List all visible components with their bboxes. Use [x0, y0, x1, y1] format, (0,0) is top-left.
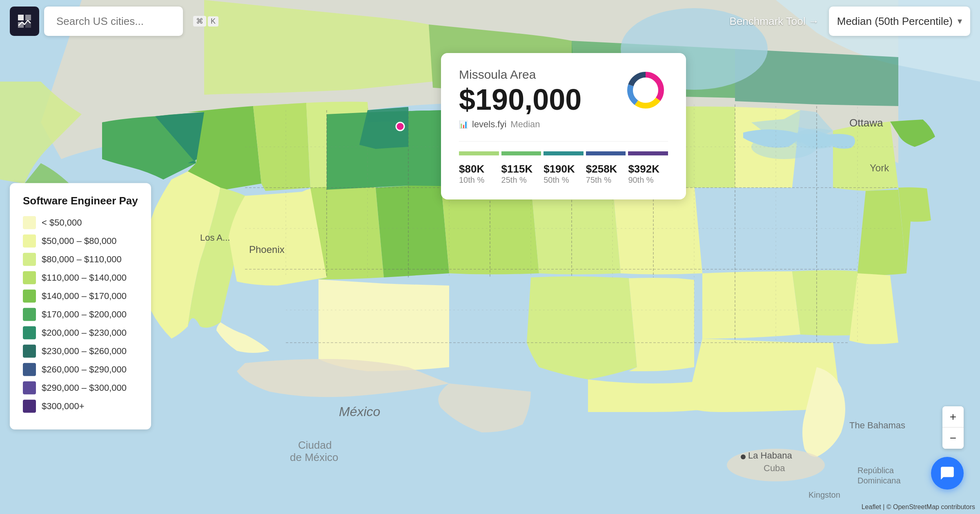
topbar: ⌘ K Benchmark Tool → Median (50th Percen…: [0, 7, 980, 36]
zoom-in-button[interactable]: +: [942, 406, 964, 428]
legend-item: $80,000 – $110,000: [23, 253, 138, 266]
legend-item: $300,000+: [23, 400, 138, 413]
topbar-right: Benchmark Tool → Median (50th Percentile…: [730, 7, 970, 36]
percentile-bar-segment: [459, 151, 499, 155]
k-key: K: [208, 16, 218, 27]
percentile-bar-segment: [586, 151, 626, 155]
percentile-value: $80K: [459, 163, 499, 175]
percentile-name: 25th %: [501, 175, 541, 185]
legend-label: $140,000 – $170,000: [42, 291, 127, 301]
svg-point-43: [396, 122, 404, 131]
legend-swatch: [23, 345, 36, 358]
legend-label: $260,000 – $290,000: [42, 364, 127, 375]
legend-swatch: [23, 235, 36, 248]
chevron-down-icon: ▾: [958, 16, 962, 27]
percentile-bar-segment: [628, 151, 668, 155]
svg-text:República: República: [858, 466, 894, 475]
search-input[interactable]: [56, 15, 189, 28]
search-box[interactable]: ⌘ K: [44, 7, 183, 36]
legend-item: < $50,000: [23, 216, 138, 229]
svg-text:Kingston: Kingston: [808, 490, 840, 499]
legend-item: $260,000 – $290,000: [23, 363, 138, 376]
percentile-bar-segment: [543, 151, 584, 155]
percentile-value: $190K: [543, 163, 584, 175]
percentile-label: $115K 25th %: [501, 163, 541, 185]
zoom-out-button[interactable]: −: [942, 428, 964, 449]
topbar-left: ⌘ K: [10, 7, 183, 36]
chat-button[interactable]: [931, 457, 964, 490]
percentile-label: Median (50th Percentile): [837, 15, 953, 28]
legend-label: < $50,000: [42, 217, 82, 228]
popup-source-text: levels.fyi: [472, 119, 506, 130]
popup-source: 📊 levels.fyi Median: [459, 119, 668, 130]
percentile-value: $258K: [586, 163, 626, 175]
svg-text:Phoenix: Phoenix: [249, 244, 285, 255]
legend-label: $230,000 – $260,000: [42, 346, 127, 357]
legend: Software Engineer Pay < $50,000 $50,000 …: [10, 183, 151, 430]
percentile-labels: $80K 10th % $115K 25th % $190K 50th % $2…: [459, 163, 668, 185]
legend-title: Software Engineer Pay: [23, 195, 138, 207]
legend-label: $200,000 – $230,000: [42, 328, 127, 338]
legend-item: $50,000 – $80,000: [23, 235, 138, 248]
legend-swatch: [23, 400, 36, 413]
svg-text:Ottawa: Ottawa: [849, 117, 883, 129]
percentile-bars: [459, 151, 668, 155]
legend-swatch: [23, 381, 36, 394]
svg-text:Cuba: Cuba: [764, 463, 785, 473]
legend-swatch: [23, 253, 36, 266]
svg-text:Ciudad: Ciudad: [298, 439, 332, 451]
legend-swatch: [23, 326, 36, 339]
svg-text:Los A...: Los A...: [200, 233, 230, 243]
logo-button[interactable]: [10, 7, 39, 36]
legend-swatch: [23, 216, 36, 229]
legend-item: $230,000 – $260,000: [23, 345, 138, 358]
search-kbd: ⌘ K: [193, 16, 218, 27]
benchmark-label: Benchmark Tool →: [730, 15, 819, 28]
percentile-name: 10th %: [459, 175, 499, 185]
svg-text:York: York: [870, 162, 889, 173]
percentile-label: $392K 90th %: [628, 163, 668, 185]
svg-text:The Bahamas: The Bahamas: [849, 420, 905, 430]
legend-label: $290,000 – $300,000: [42, 383, 127, 393]
percentile-label: $80K 10th %: [459, 163, 499, 185]
percentile-name: 75th %: [586, 175, 626, 185]
legend-items: < $50,000 $50,000 – $80,000 $80,000 – $1…: [23, 216, 138, 413]
legend-label: $170,000 – $200,000: [42, 309, 127, 320]
legend-label: $110,000 – $140,000: [42, 273, 127, 283]
percentile-value: $392K: [628, 163, 668, 175]
legend-item: $290,000 – $300,000: [23, 381, 138, 394]
cmd-key: ⌘: [193, 16, 206, 27]
popup-source-label: Median: [510, 119, 540, 130]
percentile-name: 50th %: [543, 175, 584, 185]
legend-label: $300,000+: [42, 401, 85, 412]
legend-swatch: [23, 363, 36, 376]
zoom-controls: + −: [942, 406, 964, 449]
legend-item: $170,000 – $200,000: [23, 308, 138, 321]
popup-divider: [459, 141, 668, 142]
map-attribution: Leaflet | © OpenStreetMap contributors: [862, 503, 975, 511]
legend-item: $200,000 – $230,000: [23, 326, 138, 339]
percentile-name: 90th %: [628, 175, 668, 185]
svg-rect-44: [18, 15, 24, 20]
legend-swatch: [23, 271, 36, 284]
benchmark-button[interactable]: Benchmark Tool →: [730, 15, 819, 28]
legend-label: $50,000 – $80,000: [42, 236, 117, 246]
legend-swatch: [23, 290, 36, 303]
svg-point-12: [741, 454, 746, 459]
legend-item: $110,000 – $140,000: [23, 271, 138, 284]
svg-text:La Habana: La Habana: [748, 450, 792, 461]
legend-swatch: [23, 308, 36, 321]
percentile-value: $115K: [501, 163, 541, 175]
svg-text:Dominicana: Dominicana: [858, 476, 901, 485]
svg-rect-45: [25, 15, 31, 20]
svg-text:de México: de México: [290, 451, 339, 463]
donut-chart: [623, 68, 668, 113]
percentile-label: $258K 75th %: [586, 163, 626, 185]
percentile-label: $190K 50th %: [543, 163, 584, 185]
popup-card: Missoula Area $190,000 📊 levels.fyi Medi…: [441, 53, 686, 199]
percentile-dropdown[interactable]: Median (50th Percentile) ▾: [829, 7, 970, 36]
percentile-bar-segment: [501, 151, 541, 155]
legend-item: $140,000 – $170,000: [23, 290, 138, 303]
svg-text:México: México: [339, 404, 380, 419]
legend-label: $80,000 – $110,000: [42, 254, 122, 265]
